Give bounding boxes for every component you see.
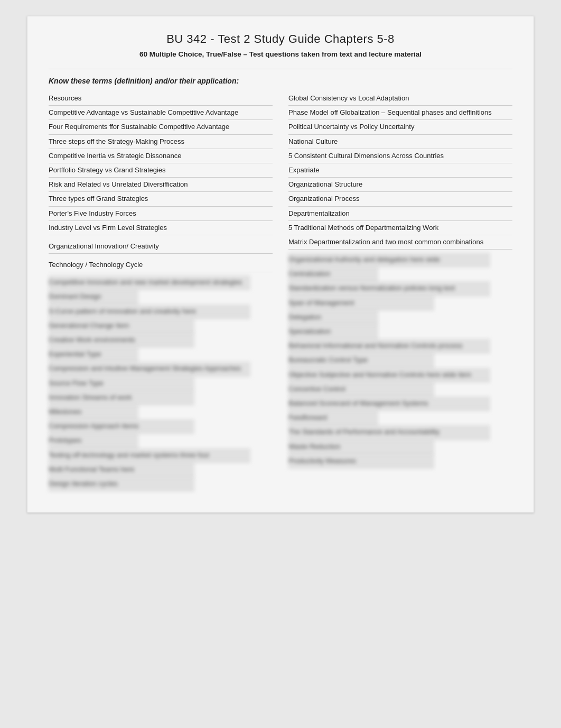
list-item: Departmentalization — [288, 207, 512, 221]
blurred-item: Milestones — [49, 405, 138, 419]
blurred-item: Multi Functional Teams here — [49, 463, 194, 477]
list-item: Expatriate — [288, 163, 512, 178]
blurred-item: Experiential Type — [49, 347, 138, 362]
list-item: Three steps off the Strategy-Making Proc… — [49, 135, 273, 149]
blurred-item: Productivity Measures — [288, 454, 434, 468]
list-item: Industry Level vs Firm Level Strategies — [49, 221, 273, 235]
list-item: Resources — [49, 91, 273, 106]
list-item: Organizational Innovation/ Creativity — [49, 239, 273, 254]
page-title: BU 342 - Test 2 Study Guide Chapters 5-8 — [49, 32, 512, 46]
blurred-item: Source Flow Type — [49, 376, 194, 391]
list-item: Organizational Process — [288, 192, 512, 206]
list-item: Portffolio Strategy vs Grand Strategies — [49, 163, 273, 178]
page-container: BU 342 - Test 2 Study Guide Chapters 5-8… — [27, 16, 534, 513]
blurred-item: Testing off technology and market system… — [49, 448, 250, 463]
blurred-item: The Standards of Performance and Account… — [288, 425, 490, 439]
blurred-item: Concertive Control — [288, 382, 434, 397]
blurred-item: Design Iteration cycles — [49, 477, 194, 491]
list-item: Risk and Related vs Unrelated Diversiffi… — [49, 178, 273, 192]
blurred-section-left: Competitive Innovation and new market de… — [49, 275, 273, 491]
blurred-section-right: Organizational Authority and delegation … — [288, 253, 512, 468]
blurred-item: Delegation — [288, 310, 378, 325]
blurred-item: Prototypes — [49, 434, 138, 448]
blurred-item: Standardization versus Normalization pol… — [288, 281, 490, 296]
blurred-item: Compression and Intuitive Management Str… — [49, 362, 250, 376]
blurred-item: S-Curve pattern of innovation and creati… — [49, 305, 250, 319]
list-item: 5 Consistent Cultural Dimensions Across … — [288, 149, 512, 163]
blurred-item: Organizational Authority and delegation … — [288, 253, 490, 267]
right-column: Global Consistency vs Local Adaptation P… — [283, 91, 512, 491]
blurred-item: Span of Management — [288, 296, 434, 310]
blurred-item: Dominant Design — [49, 290, 138, 304]
list-item: Three types off Grand Strategies — [49, 192, 273, 206]
page-subtitle: 60 Multiple Choice, True/False – Test qu… — [49, 50, 512, 58]
list-item: National Culture — [288, 135, 512, 149]
list-item: 5 Traditional Methods off Departmentaliz… — [288, 221, 512, 235]
list-item: Global Consistency vs Local Adaptation — [288, 91, 512, 106]
blurred-item: Competitive Innovation and new market de… — [49, 275, 250, 290]
blurred-item: Balanced Scorecard of Management Systems — [288, 397, 490, 411]
list-item: Organizational Structure — [288, 178, 512, 192]
blurred-item: Feedforward — [288, 411, 378, 425]
list-item: Political Uncertainty vs Policy Uncertai… — [288, 120, 512, 134]
blurred-item: Compression Approach Items — [49, 419, 194, 434]
blurred-item: Creative Work environments — [49, 333, 194, 347]
list-item: Matrix Departmentalization and two most … — [288, 235, 512, 250]
blurred-item: Innovation Streams of work — [49, 391, 194, 405]
two-column-layout: Resources Competitive Advantage vs Susta… — [49, 91, 512, 491]
list-item: Four Requirements ffor Sustainable Compe… — [49, 120, 273, 134]
blurred-item: Objective Subjective and Normative Contr… — [288, 368, 490, 382]
blurred-item: Specialization — [288, 325, 378, 339]
list-item: Competitive Advantage vs Sustainable Com… — [49, 106, 273, 120]
left-column: Resources Competitive Advantage vs Susta… — [49, 91, 283, 491]
blurred-item: Bureaucratic Control Type — [288, 353, 434, 367]
blurred-item: Behavioral Informational and Normative C… — [288, 339, 490, 353]
list-item: Technology / Technology Cycle — [49, 258, 273, 272]
blurred-item: Generational Change Item — [49, 319, 194, 333]
section-heading: Know these terms (definition) and/or the… — [49, 77, 512, 85]
divider-top — [49, 69, 512, 69]
list-item: Phase Model off Globalization – Sequenti… — [288, 106, 512, 120]
blurred-item: Centralization — [288, 267, 378, 281]
list-item: Porter's Five Industry Forces — [49, 207, 273, 221]
blurred-item: Waste Reduction — [288, 440, 434, 454]
list-item: Competitive Inertia vs Strategic Dissona… — [49, 149, 273, 163]
